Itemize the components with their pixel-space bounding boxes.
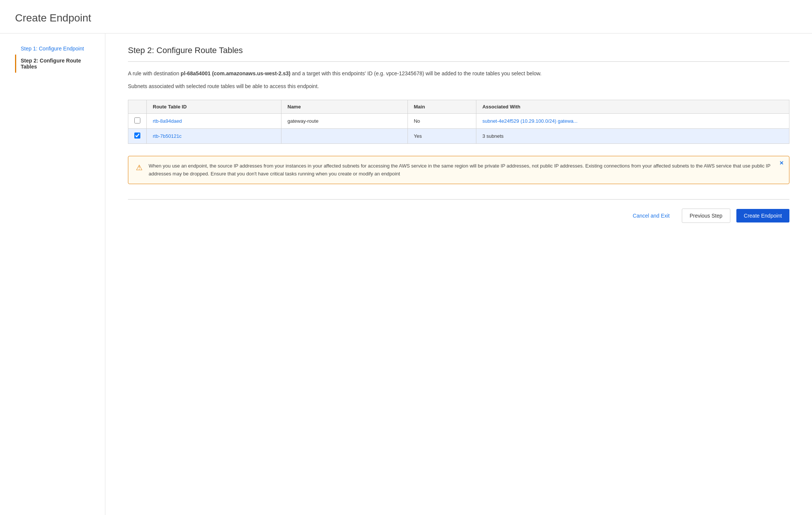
row2-route-table-id: rtb-7b50121c [147,128,281,143]
row1-associated-with: subnet-4e24f529 (10.29.100.0/24) gatewa.… [476,113,789,128]
warning-icon: ⚠ [136,163,143,172]
warning-box: ⚠ When you use an endpoint, the source I… [128,156,789,184]
row1-route-table-id: rtb-8a94daed [147,113,281,128]
cancel-button[interactable]: Cancel and Exit [627,209,676,222]
row1-checkbox[interactable] [134,117,140,123]
col-header-associated-with: Associated With [476,100,789,113]
row1-associated-link[interactable]: subnet-4e24f529 (10.29.100.0/24) gatewa.… [482,118,578,124]
warning-close-button[interactable]: ✕ [779,160,784,166]
row2-associated-with: 3 subnets [476,128,789,143]
row2-route-table-link[interactable]: rtb-7b50121c [153,133,182,139]
col-header-checkbox [128,100,147,113]
sidebar-item-step1[interactable]: Step 1: Configure Endpoint [15,43,97,55]
row2-main: Yes [408,128,476,143]
step-title: Step 2: Configure Route Tables [128,46,789,62]
page-title: Create Endpoint [0,12,812,33]
table-row: rtb-7b50121c Yes 3 subnets [128,128,789,143]
description: A rule with destination pl-68a54001 (com… [128,69,789,78]
destination-bold: pl-68a54001 (com.amazonaws.us-west-2.s3) [181,70,290,76]
col-header-name: Name [281,100,408,113]
create-endpoint-button[interactable]: Create Endpoint [736,209,789,222]
col-header-main: Main [408,100,476,113]
row1-checkbox-cell [128,113,147,128]
sidebar: Step 1: Configure Endpoint Step 2: Confi… [0,34,105,515]
previous-step-button[interactable]: Previous Step [682,209,730,223]
col-header-route-table-id: Route Table ID [147,100,281,113]
row1-main: No [408,113,476,128]
table-row: rtb-8a94daed gateway-route No subnet-4e2… [128,113,789,128]
route-table: Route Table ID Name Main Associated With… [128,100,789,144]
row2-name [281,128,408,143]
content-area: Step 2: Configure Route Tables A rule wi… [105,34,812,515]
footer-actions: Cancel and Exit Previous Step Create End… [128,199,789,235]
sub-description: Subnets associated with selected route t… [128,82,789,90]
row2-checkbox-cell [128,128,147,143]
row2-checkbox[interactable] [134,133,140,139]
warning-text: When you use an endpoint, the source IP … [149,162,782,178]
row1-name: gateway-route [281,113,408,128]
row1-route-table-link[interactable]: rtb-8a94daed [153,118,182,124]
sidebar-item-step2[interactable]: Step 2: Configure Route Tables [15,55,97,73]
